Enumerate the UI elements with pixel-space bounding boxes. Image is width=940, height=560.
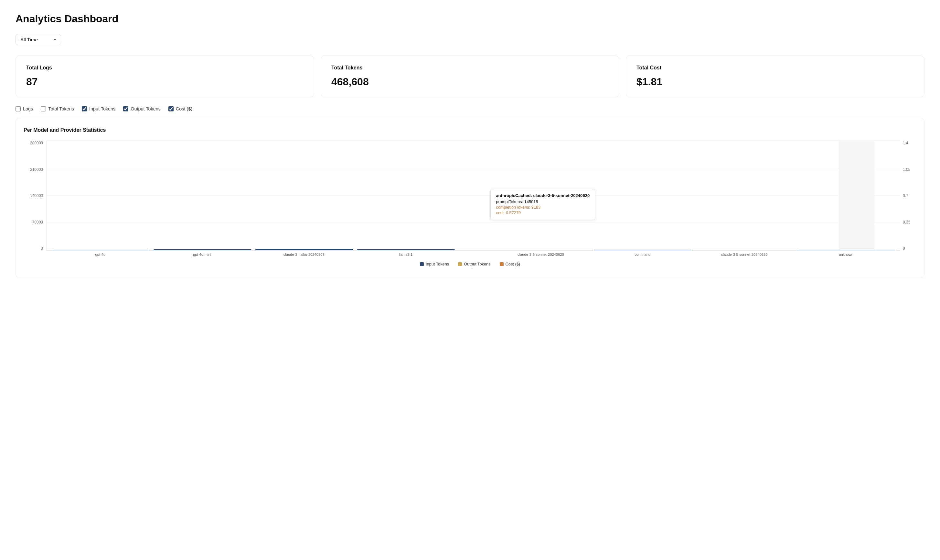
chart-title: Per Model and Provider Statistics bbox=[23, 127, 917, 133]
chart-card: Per Model and Provider Statistics 280000… bbox=[15, 118, 925, 278]
legend-output-label: Output Tokens bbox=[464, 262, 490, 266]
x-label-unknown: unknown bbox=[795, 252, 897, 257]
time-filter-wrapper: All Time Last 7 Days Last 30 Days Last 9… bbox=[15, 34, 925, 45]
filter-input-tokens-label: Input Tokens bbox=[89, 106, 116, 111]
stat-card-total-cost: Total Cost $1.81 bbox=[626, 55, 925, 97]
x-label-gpt4o-mini: gpt-4o-mini bbox=[151, 252, 253, 257]
filter-total-tokens[interactable]: Total Tokens bbox=[41, 106, 74, 111]
tooltip-cost: cost: 0.57279 bbox=[496, 210, 590, 215]
legend-cost-dot bbox=[500, 262, 504, 266]
stat-card-total-logs: Total Logs 87 bbox=[15, 55, 314, 97]
filter-total-tokens-label: Total Tokens bbox=[48, 106, 74, 111]
total-cost-value: $1.81 bbox=[636, 76, 914, 88]
legend-input-tokens: Input Tokens bbox=[420, 262, 449, 266]
bar-claude3-haiku-input bbox=[255, 249, 353, 250]
filter-output-tokens-checkbox[interactable] bbox=[123, 106, 128, 111]
grid-line-1 bbox=[46, 223, 900, 223]
bar-unknown-input bbox=[797, 250, 895, 250]
x-labels: gpt-4o gpt-4o-mini claude-3-haiku-202403… bbox=[46, 252, 900, 257]
grid-line-2 bbox=[46, 195, 900, 196]
model-unknown bbox=[795, 250, 897, 250]
x-label-empty bbox=[457, 252, 490, 257]
legend-cost: Cost ($) bbox=[500, 262, 520, 266]
filter-input-tokens[interactable]: Input Tokens bbox=[82, 106, 116, 111]
grid-line-3 bbox=[46, 168, 900, 168]
grid-line-4 bbox=[46, 140, 900, 141]
total-tokens-value: 468,608 bbox=[331, 76, 609, 88]
x-label-gpt4o: gpt-4o bbox=[49, 252, 151, 257]
filter-input-tokens-checkbox[interactable] bbox=[82, 106, 87, 111]
highlight-bg bbox=[839, 141, 874, 250]
filter-total-tokens-checkbox[interactable] bbox=[41, 106, 46, 111]
filter-output-tokens-label: Output Tokens bbox=[131, 106, 161, 111]
y-axis-right: 1.4 1.05 0.7 0.35 0 bbox=[900, 141, 917, 251]
total-cost-label: Total Cost bbox=[636, 65, 914, 71]
filter-logs[interactable]: Logs bbox=[15, 106, 33, 111]
x-label-command: command bbox=[591, 252, 693, 257]
filter-output-tokens[interactable]: Output Tokens bbox=[123, 106, 161, 111]
total-logs-value: 87 bbox=[26, 76, 304, 88]
filter-logs-label: Logs bbox=[23, 106, 33, 111]
model-command bbox=[592, 250, 694, 250]
bar-command-input bbox=[594, 250, 692, 250]
legend-input-label: Input Tokens bbox=[426, 262, 449, 266]
x-label-llama31: llama3.1 bbox=[355, 252, 457, 257]
total-tokens-label: Total Tokens bbox=[331, 65, 609, 71]
legend-output-tokens: Output Tokens bbox=[458, 262, 490, 266]
filter-cost-checkbox[interactable] bbox=[168, 106, 174, 111]
tooltip-completion-tokens: completionTokens: 9183 bbox=[496, 205, 590, 209]
model-gpt4o-mini bbox=[151, 249, 253, 250]
tooltip: anthropicCached: claude-3-5-sonnet-20240… bbox=[490, 189, 595, 220]
bar-gpt4o-input bbox=[52, 250, 150, 250]
filter-cost[interactable]: Cost ($) bbox=[168, 106, 192, 111]
filter-cost-label: Cost ($) bbox=[176, 106, 192, 111]
chart-inner: 280000 210000 140000 70000 0 bbox=[23, 141, 917, 251]
stats-row: Total Logs 87 Total Tokens 468,608 Total… bbox=[15, 55, 925, 97]
filter-row: Logs Total Tokens Input Tokens Output To… bbox=[15, 106, 925, 111]
model-llama31 bbox=[355, 249, 457, 250]
y-axis-left: 280000 210000 140000 70000 0 bbox=[23, 141, 46, 251]
stat-card-total-tokens: Total Tokens 468,608 bbox=[321, 55, 619, 97]
total-logs-label: Total Logs bbox=[26, 65, 304, 71]
bars-area: anthropicCached: claude-3-5-sonnet-20240… bbox=[46, 141, 900, 251]
legend-output-dot bbox=[458, 262, 462, 266]
tooltip-title: anthropicCached: claude-3-5-sonnet-20240… bbox=[496, 193, 590, 198]
bar-gpt4o-mini-input bbox=[154, 249, 252, 250]
legend-cost-label: Cost ($) bbox=[506, 262, 520, 266]
model-claude3-haiku bbox=[253, 249, 355, 250]
bar-llama31-input bbox=[357, 249, 455, 250]
time-filter-select[interactable]: All Time Last 7 Days Last 30 Days Last 9… bbox=[15, 34, 61, 45]
x-label-claude35-1: claude-3-5-sonnet-20240620 bbox=[490, 252, 591, 257]
x-label-claude3-haiku: claude-3-haiku-20240307 bbox=[253, 252, 355, 257]
page-title: Analytics Dashboard bbox=[15, 13, 925, 25]
chart-area: 280000 210000 140000 70000 0 bbox=[23, 141, 917, 270]
model-gpt4o bbox=[50, 250, 151, 250]
x-label-claude35-2: claude-3-5-sonnet-20240620 bbox=[693, 252, 795, 257]
chart-legend: Input Tokens Output Tokens Cost ($) bbox=[23, 262, 917, 266]
tooltip-prompt-tokens: promptTokens: 145015 bbox=[496, 199, 590, 204]
legend-input-dot bbox=[420, 262, 424, 266]
filter-logs-checkbox[interactable] bbox=[15, 106, 21, 111]
